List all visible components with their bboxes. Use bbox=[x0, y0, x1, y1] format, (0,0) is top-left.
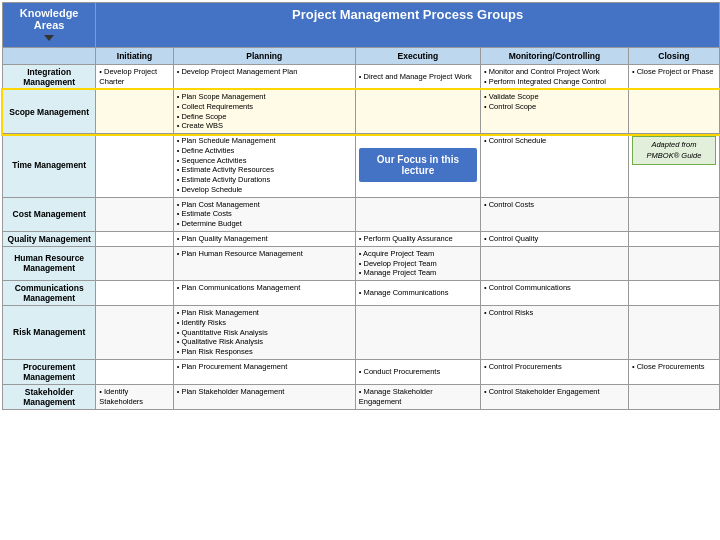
table-row: Procurement ManagementPlan Procurement M… bbox=[3, 359, 720, 384]
monitoring-cell: Monitor and Control Project WorkPerform … bbox=[480, 65, 628, 90]
executing-cell: Manage Stakeholder Engagement bbox=[355, 384, 480, 409]
ka-cell: Time Management bbox=[3, 134, 96, 198]
monitoring-cell: Validate ScopeControl Scope bbox=[480, 90, 628, 134]
ka-subheader bbox=[3, 48, 96, 65]
table-row: Communications ManagementPlan Communicat… bbox=[3, 281, 720, 306]
closing-cell: Adapted from PMBOK® Guide bbox=[628, 134, 719, 198]
executing-cell bbox=[355, 90, 480, 134]
closing-cell bbox=[628, 281, 719, 306]
monitoring-cell: Control Quality bbox=[480, 231, 628, 246]
monitoring-cell: Control Risks bbox=[480, 306, 628, 360]
initiating-cell bbox=[96, 197, 173, 231]
initiating-cell: Develop Project Charter bbox=[96, 65, 173, 90]
planning-cell: Plan Risk ManagementIdentify RisksQuanti… bbox=[173, 306, 355, 360]
initiating-cell bbox=[96, 90, 173, 134]
planning-cell: Plan Communications Management bbox=[173, 281, 355, 306]
ka-title: Knowledge Areas bbox=[20, 7, 79, 31]
ka-cell: Human Resource Management bbox=[3, 246, 96, 280]
initiating-cell bbox=[96, 281, 173, 306]
initiating-cell bbox=[96, 306, 173, 360]
initiating-cell bbox=[96, 359, 173, 384]
initiating-cell: Identify Stakeholders bbox=[96, 384, 173, 409]
closing-cell bbox=[628, 197, 719, 231]
initiating-header: Initiating bbox=[96, 48, 173, 65]
table-row: Scope ManagementPlan Scope ManagementCol… bbox=[3, 90, 720, 134]
table-row: Integration ManagementDevelop Project Ch… bbox=[3, 65, 720, 90]
planning-cell: Develop Project Management Plan bbox=[173, 65, 355, 90]
adapted-box: Adapted from PMBOK® Guide bbox=[632, 136, 716, 165]
ka-cell: Integration Management bbox=[3, 65, 96, 90]
executing-cell: Acquire Project TeamDevelop Project Team… bbox=[355, 246, 480, 280]
planning-cell: Plan Human Resource Management bbox=[173, 246, 355, 280]
ka-cell: Stakeholder Management bbox=[3, 384, 96, 409]
table-row: Human Resource ManagementPlan Human Reso… bbox=[3, 246, 720, 280]
closing-header: Closing bbox=[628, 48, 719, 65]
ka-cell: Procurement Management bbox=[3, 359, 96, 384]
initiating-cell bbox=[96, 134, 173, 198]
ka-cell: Quality Management bbox=[3, 231, 96, 246]
main-title: Project Management Process Groups bbox=[96, 3, 720, 48]
table-row: Risk ManagementPlan Risk ManagementIdent… bbox=[3, 306, 720, 360]
executing-cell: Conduct Procurements bbox=[355, 359, 480, 384]
closing-cell bbox=[628, 306, 719, 360]
subheader-row: Initiating Planning Executing Monitoring… bbox=[3, 48, 720, 65]
ka-cell: Risk Management bbox=[3, 306, 96, 360]
planning-header: Planning bbox=[173, 48, 355, 65]
table-row: Quality ManagementPlan Quality Managemen… bbox=[3, 231, 720, 246]
monitoring-cell: Control Schedule bbox=[480, 134, 628, 198]
executing-cell: Direct and Manage Project Work bbox=[355, 65, 480, 90]
monitoring-header: Monitoring/Controlling bbox=[480, 48, 628, 65]
executing-cell: Perform Quality Assurance bbox=[355, 231, 480, 246]
planning-cell: Plan Quality Management bbox=[173, 231, 355, 246]
table-row: Time ManagementPlan Schedule ManagementD… bbox=[3, 134, 720, 198]
planning-cell: Plan Schedule ManagementDefine Activitie… bbox=[173, 134, 355, 198]
monitoring-cell bbox=[480, 246, 628, 280]
monitoring-cell: Control Costs bbox=[480, 197, 628, 231]
closing-cell: Close Procurements bbox=[628, 359, 719, 384]
closing-cell: Close Project or Phase bbox=[628, 65, 719, 90]
initiating-cell bbox=[96, 231, 173, 246]
table-row: Cost ManagementPlan Cost ManagementEstim… bbox=[3, 197, 720, 231]
ka-cell: Scope Management bbox=[3, 90, 96, 134]
focus-box: Our Focus in this lecture bbox=[359, 148, 477, 182]
ka-cell: Communications Management bbox=[3, 281, 96, 306]
planning-cell: Plan Stakeholder Management bbox=[173, 384, 355, 409]
ka-cell: Cost Management bbox=[3, 197, 96, 231]
executing-cell bbox=[355, 197, 480, 231]
closing-cell bbox=[628, 384, 719, 409]
table-body: Integration ManagementDevelop Project Ch… bbox=[3, 65, 720, 410]
initiating-cell bbox=[96, 246, 173, 280]
monitoring-cell: Control Communications bbox=[480, 281, 628, 306]
planning-cell: Plan Cost ManagementEstimate CostsDeterm… bbox=[173, 197, 355, 231]
executing-cell: Manage Communications bbox=[355, 281, 480, 306]
monitoring-cell: Control Procurements bbox=[480, 359, 628, 384]
executing-cell bbox=[355, 306, 480, 360]
arrow-down-icon bbox=[44, 35, 54, 41]
monitoring-cell: Control Stakeholder Engagement bbox=[480, 384, 628, 409]
planning-cell: Plan Procurement Management bbox=[173, 359, 355, 384]
header-row: Knowledge Areas Project Management Proce… bbox=[3, 3, 720, 48]
ka-header-cell: Knowledge Areas bbox=[3, 3, 96, 48]
closing-cell bbox=[628, 246, 719, 280]
planning-cell: Plan Scope ManagementCollect Requirement… bbox=[173, 90, 355, 134]
closing-cell bbox=[628, 231, 719, 246]
closing-cell bbox=[628, 90, 719, 134]
table-row: Stakeholder ManagementIdentify Stakehold… bbox=[3, 384, 720, 409]
executing-header: Executing bbox=[355, 48, 480, 65]
executing-cell: Our Focus in this lecture bbox=[355, 134, 480, 198]
